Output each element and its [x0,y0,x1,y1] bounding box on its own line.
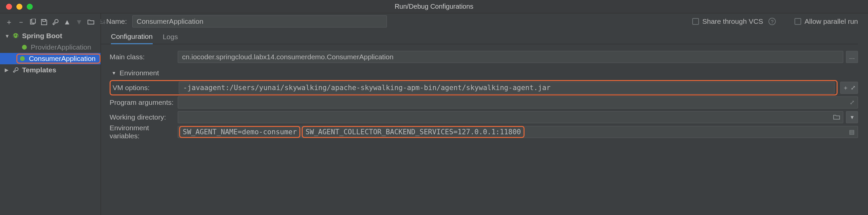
folder-icon[interactable] [88,20,94,25]
env-var-collector: SW_AGENT_COLLECTOR_BACKEND_SERVICES=127.… [302,126,525,138]
environment-section-label: Environment [120,69,159,77]
row-vm-options: VM options: ＋ ⤢ [110,80,858,95]
save-icon[interactable] [41,19,48,25]
move-up-icon[interactable]: ▲ [63,18,71,26]
highlight-consumer-app: ConsumerApplication [17,54,100,64]
copy-icon[interactable] [29,19,36,25]
configurations-tree-panel: ＋ － ▲ ▼ ▼ [0,14,101,215]
add-icon[interactable]: ＋ [5,17,13,27]
spring-boot-icon [19,56,26,62]
main-class-input[interactable] [178,51,843,63]
spring-boot-icon [21,44,28,50]
row-program-args: Program arguments: ⤢ [110,95,858,110]
tree-node-label: Spring Boot [22,32,62,40]
remove-icon[interactable]: － [18,17,25,27]
program-args-input[interactable] [178,97,858,108]
working-directory-dropdown[interactable]: ▾ [846,111,858,123]
env-variables-input[interactable]: SW_AGENT_NAME=demo-consumer SW_AGENT_COL… [178,126,858,138]
working-directory-label: Working directory: [110,113,178,121]
main-class-label: Main class: [110,53,178,61]
vm-options-label: VM options: [113,84,179,92]
plus-icon: ＋ [843,84,848,92]
tab-logs[interactable]: Logs [163,29,178,44]
row-working-directory: Working directory: ▾ [110,110,858,125]
expand-icon: ⤢ [850,84,856,91]
svg-point-4 [22,45,27,50]
tree-node-label: ProviderApplication [31,43,91,51]
configuration-editor: Name: Share through VCS ? Allow parallel… [101,14,868,215]
expand-icon[interactable]: ⤢ [849,99,855,106]
share-checkbox[interactable]: Share through VCS ? [692,18,776,25]
move-down-icon[interactable]: ▼ [75,18,83,26]
environment-section-header[interactable]: ▼ Environment [110,64,858,80]
name-label: Name: [106,18,126,25]
folder-icon[interactable] [833,114,840,120]
wrench-icon[interactable] [52,19,59,25]
name-input[interactable] [132,16,387,27]
spring-boot-icon [12,32,20,39]
browse-class-button[interactable]: … [846,51,858,63]
vm-options-add-button[interactable]: ＋ ⤢ [840,82,858,94]
tree-node-label: Templates [22,66,56,74]
configurations-tree: ▼ Spring Boot ProviderApplication [0,29,100,76]
tab-configuration[interactable]: Configuration [111,29,153,44]
tab-bar: Configuration Logs [101,29,858,44]
tree-node-spring-boot[interactable]: ▼ Spring Boot [0,30,100,42]
svg-rect-1 [32,19,35,23]
parallel-checkbox[interactable]: Allow parallel run [795,18,858,25]
list-icon[interactable]: ▤ [849,128,855,136]
share-label: Share through VCS [702,18,763,25]
env-variables-label: Environment variables: [110,124,178,140]
tree-toolbar: ＋ － ▲ ▼ [0,14,100,29]
chevron-down-icon: ▼ [5,33,9,39]
vm-options-input[interactable] [179,82,835,94]
wrench-icon [12,67,20,73]
row-env-variables: Environment variables: SW_AGENT_NAME=dem… [110,125,858,139]
working-directory-input[interactable] [178,111,843,123]
titlebar: Run/Debug Configurations [0,0,868,14]
checkbox-icon [692,18,699,25]
tree-node-provider-app[interactable]: ProviderApplication [0,42,100,53]
row-main-class: Main class: … [110,50,858,64]
window-title: Run/Debug Configurations [0,3,868,10]
help-icon[interactable]: ? [769,18,776,25]
program-args-label: Program arguments: [110,99,178,107]
config-header: Name: Share through VCS ? Allow parallel… [101,14,858,29]
svg-point-5 [20,56,25,61]
chevron-down-icon: ▼ [112,70,116,76]
tree-node-templates[interactable]: ▶ Templates [0,64,100,76]
env-var-agent-name: SW_AGENT_NAME=demo-consumer [179,126,300,138]
parallel-label: Allow parallel run [805,18,858,25]
tree-node-consumer-app[interactable]: ConsumerApplication [0,53,100,64]
checkbox-icon [795,18,801,25]
svg-rect-2 [43,20,45,22]
tree-node-label: ConsumerApplication [29,55,96,63]
chevron-right-icon: ▶ [5,67,9,73]
form-area: Main class: … ▼ Environment VM options: [101,44,858,139]
